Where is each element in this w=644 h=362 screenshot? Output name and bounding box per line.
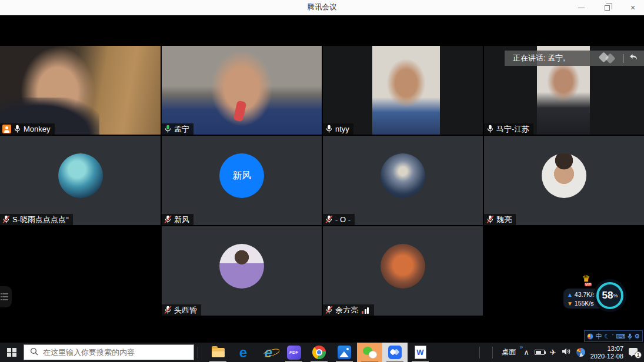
network-monitor-widget[interactable]: ♛ VIP ▲ 43.7K/s ▼ 155K/s 58% — [562, 276, 632, 314]
close-button[interactable]: × — [626, 2, 639, 13]
photos-icon — [338, 346, 351, 359]
taskbar-search-box[interactable] — [24, 344, 194, 360]
usage-percent: 58 — [602, 290, 613, 301]
ime-voice-icon[interactable] — [628, 333, 632, 340]
name-label: 魏亮 — [484, 214, 516, 225]
network-globe-icon[interactable] — [576, 348, 585, 357]
titlebar: 腾讯会议 × — [0, 0, 644, 15]
edge-icon: e — [239, 346, 247, 360]
ime-mode-chinese[interactable]: 中 — [595, 332, 602, 341]
taskbar-internet-explorer[interactable]: e — [256, 343, 281, 362]
participant-name: ntyy — [335, 125, 349, 133]
participant-tile-xiaoyu[interactable]: S-晓雨点点点点° — [0, 136, 161, 225]
ime-toolbar[interactable]: 中 ☾ ’ ⌨ ⚙ — [584, 330, 643, 342]
download-arrow-icon: ▼ — [567, 300, 573, 307]
taskbar-file-explorer[interactable] — [205, 343, 231, 362]
taskbar-apps: e e PDF W — [205, 343, 433, 362]
mic-muted-icon — [2, 215, 10, 224]
search-icon — [30, 347, 38, 358]
upload-speed: 43.7K/s — [575, 291, 596, 298]
vip-crown-icon: ♛ — [582, 274, 590, 283]
usage-percent-ball[interactable]: 58% — [596, 282, 623, 309]
restore-button[interactable] — [600, 2, 613, 13]
avatar — [381, 244, 425, 289]
ime-keyboard-icon[interactable]: ⌨ — [616, 333, 625, 340]
mic-muted-icon — [164, 215, 172, 224]
taskbar-tencent-meeting[interactable] — [382, 343, 408, 362]
participant-tile-mengning[interactable]: 孟宁 — [162, 46, 322, 135]
participant-name: S-晓雨点点点点° — [12, 214, 69, 225]
video-feed — [0, 46, 161, 135]
name-label: Monkey — [0, 123, 55, 135]
mic-on-icon — [486, 125, 494, 133]
tray-separator — [479, 347, 480, 358]
ime-settings-gear-icon[interactable]: ⚙ — [634, 333, 640, 340]
minimize-button[interactable] — [575, 2, 588, 13]
return-arrow-icon[interactable] — [629, 53, 638, 63]
taskbar-clock[interactable]: 13:07 2020-12-08 — [590, 345, 623, 360]
mic-muted-icon — [325, 215, 333, 224]
ime-fullwidth-moon-icon[interactable]: ☾ — [604, 333, 610, 340]
taskbar-edge[interactable]: e — [231, 343, 256, 362]
taskbar-pdf-app[interactable]: PDF — [281, 343, 306, 362]
chrome-icon — [312, 346, 326, 359]
side-panel-handle[interactable] — [0, 286, 12, 307]
pdf-app-icon: PDF — [287, 346, 301, 360]
mic-muted-icon — [486, 215, 494, 224]
notification-count-badge: 1 — [635, 351, 642, 358]
participant-tile-yufangliang[interactable]: 余方亮 — [323, 226, 483, 316]
participant-name: 新风 — [174, 214, 189, 225]
name-label: 新风 — [162, 214, 193, 225]
taskbar-chrome[interactable] — [306, 343, 332, 362]
participant-tile-o[interactable]: - O - — [323, 136, 483, 225]
participant-name: 马宁-江苏 — [496, 124, 529, 135]
avatar — [58, 153, 103, 198]
host-badge-icon — [2, 125, 11, 133]
taskbar-separator — [198, 347, 198, 358]
desktop-toolbar[interactable]: 桌面» — [502, 347, 518, 357]
hidden-icons-chevron[interactable]: ∧ — [523, 348, 529, 357]
word-icon: W — [415, 346, 426, 359]
tray-separator — [492, 347, 493, 358]
video-feed — [372, 46, 439, 135]
window-title: 腾讯会议 — [308, 2, 337, 12]
overflow-chevron[interactable]: » — [520, 344, 523, 350]
empty-cell — [0, 226, 161, 316]
battery-icon[interactable] — [535, 350, 545, 355]
participant-tile-touxihun[interactable]: 头西昏 — [162, 226, 322, 316]
taskbar-photos[interactable] — [332, 343, 357, 362]
participant-name: 魏亮 — [496, 214, 512, 225]
participant-tile-weiliang[interactable]: 魏亮 — [484, 136, 644, 225]
taskbar-wechat[interactable] — [357, 343, 382, 362]
now-speaking-text: 正在讲话: 孟宁, — [513, 53, 565, 63]
participant-tile-monkey[interactable]: Monkey — [0, 46, 161, 135]
action-center-icon[interactable]: 1 — [629, 347, 640, 358]
avatar — [542, 153, 586, 198]
avatar: 新风 — [219, 153, 264, 198]
name-label: 余方亮 — [323, 304, 374, 316]
ime-logo-icon[interactable] — [587, 333, 593, 340]
percent-sign: % — [613, 293, 618, 299]
file-explorer-icon — [212, 348, 225, 357]
participant-tile-xinfeng[interactable]: 新风 新风 — [162, 136, 322, 225]
taskbar-word[interactable]: W — [408, 343, 433, 362]
vip-label: VIP — [585, 283, 592, 286]
now-speaking-banner: 正在讲话: 孟宁, — [505, 51, 644, 66]
participant-name: 孟宁 — [174, 124, 189, 135]
tencent-meeting-window: 腾讯会议 × Monkey 孟 — [0, 0, 644, 362]
meeting-layout-icon[interactable] — [600, 53, 618, 63]
ime-punctuation-icon[interactable]: ’ — [612, 333, 613, 340]
internet-explorer-icon: e — [265, 346, 272, 360]
volume-icon[interactable] — [562, 347, 571, 358]
tray-date: 2020-12-08 — [590, 353, 623, 360]
mic-speaking-icon — [164, 125, 172, 133]
name-label: 马宁-江苏 — [484, 123, 533, 135]
windows-taskbar: e e PDF W 桌面» ∧ ✈ 13:07 2020-12-08 — [0, 343, 644, 362]
participant-name: 头西昏 — [174, 305, 197, 316]
participant-tile-ntyy[interactable]: ntyy — [323, 46, 483, 135]
start-button[interactable] — [0, 343, 24, 362]
search-input[interactable] — [43, 348, 178, 357]
name-label: 孟宁 — [162, 123, 193, 135]
name-label: 头西昏 — [162, 304, 201, 316]
airplane-mode-icon[interactable]: ✈ — [550, 348, 556, 357]
